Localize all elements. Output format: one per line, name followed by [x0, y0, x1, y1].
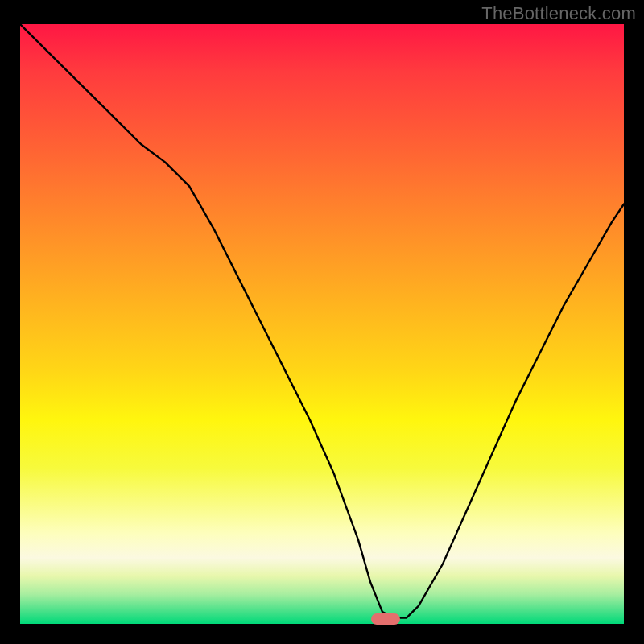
bottleneck-curve [20, 24, 624, 618]
optimal-point-marker [371, 613, 400, 625]
plot-area [20, 24, 624, 624]
curve-svg [20, 24, 624, 624]
chart-container: TheBottleneck.com [0, 0, 644, 644]
watermark-text: TheBottleneck.com [481, 3, 636, 24]
